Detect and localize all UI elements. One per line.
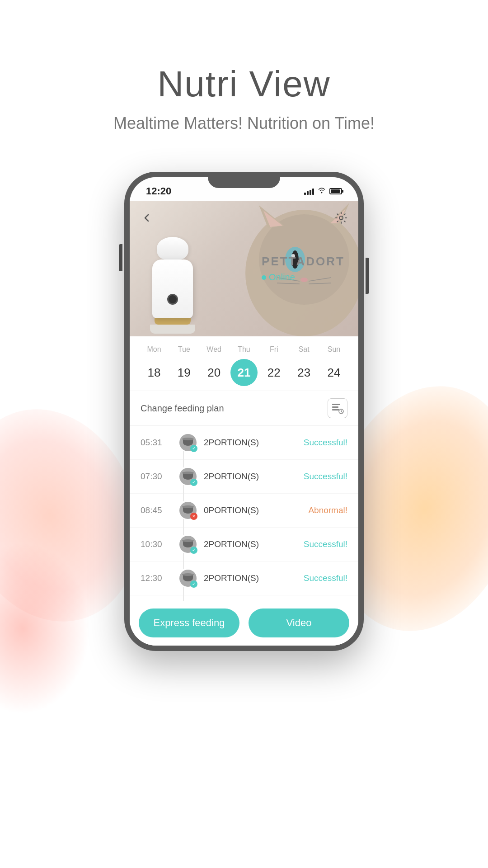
- bottom-action-bar: Express feeding Video: [130, 601, 358, 646]
- svg-line-20: [341, 411, 343, 412]
- feeder-device: [143, 237, 202, 327]
- header-section: Nutri View Mealtime Matters! Nutrition o…: [0, 0, 488, 133]
- app-title: Nutri View: [0, 63, 488, 105]
- feeding-time-5: 12:30: [141, 573, 172, 583]
- phone-wrapper: 12:20: [124, 172, 364, 651]
- battery-icon: [329, 188, 342, 194]
- feeding-status-5: Successful!: [304, 573, 347, 583]
- feeding-record-2: 07:30 2PORTION(S) Successful!: [130, 460, 358, 494]
- date-21-active[interactable]: 21: [230, 359, 258, 386]
- feeding-icon-4: [179, 536, 197, 553]
- day-label-thu: Thu: [230, 345, 258, 354]
- day-label-wed: Wed: [201, 345, 228, 354]
- calendar-days-header: Mon Tue Wed Thu Fri Sat Sun: [141, 345, 347, 354]
- feeding-amount-1: 2PORTION(S): [204, 438, 304, 448]
- date-19[interactable]: 19: [170, 359, 197, 386]
- status-icons: [304, 187, 342, 195]
- day-label-mon: Mon: [141, 345, 168, 354]
- phone-frame: 12:20: [124, 172, 364, 651]
- date-20[interactable]: 20: [201, 359, 228, 386]
- status-time: 12:20: [146, 185, 171, 197]
- feeding-icon-5: [179, 570, 197, 587]
- feeding-time-1: 05:31: [141, 438, 172, 448]
- feeder-top: [157, 237, 188, 259]
- back-button[interactable]: [139, 210, 155, 226]
- video-button[interactable]: Video: [249, 609, 349, 637]
- express-feeding-button[interactable]: Express feeding: [139, 609, 239, 637]
- app-subtitle: Mealtime Matters! Nutrition on Time!: [0, 114, 488, 133]
- day-label-sun: Sun: [320, 345, 347, 354]
- feeding-amount-5: 2PORTION(S): [204, 573, 304, 583]
- feeding-icon-1: [179, 434, 197, 451]
- day-label-tue: Tue: [170, 345, 197, 354]
- calendar-dates: 18 19 20 21 22 23 24: [141, 359, 347, 386]
- plan-schedule-button[interactable]: [328, 398, 347, 418]
- phone-screen: 12:20: [130, 177, 358, 646]
- phone-notch: [208, 172, 280, 188]
- device-info: PETTADORT Online: [262, 255, 345, 283]
- svg-rect-16: [332, 406, 338, 408]
- feeding-record-6: 14:30 2PORTION(S) Successful!: [130, 595, 358, 601]
- feeding-record-4: 10:30 2PORTION(S) Successful!: [130, 528, 358, 561]
- svg-rect-17: [332, 409, 339, 410]
- screen-content: PETTADORT Online: [130, 201, 358, 646]
- date-22[interactable]: 22: [260, 359, 287, 386]
- device-status: Online: [262, 272, 345, 283]
- feeding-status-1: Successful!: [304, 438, 347, 448]
- feeder-camera: [167, 294, 178, 305]
- settings-button[interactable]: [333, 210, 349, 226]
- signal-icon: [304, 188, 314, 195]
- feeding-amount-3: 0PORTION(S): [204, 505, 308, 515]
- svg-point-14: [339, 216, 343, 220]
- day-label-fri: Fri: [260, 345, 287, 354]
- feeding-time-4: 10:30: [141, 539, 172, 549]
- feeding-amount-2: 2PORTION(S): [204, 472, 304, 481]
- device-name: PETTADORT: [262, 255, 345, 269]
- wifi-icon: [318, 187, 326, 195]
- feeder-body: [152, 259, 193, 318]
- feeder-base: [150, 325, 195, 334]
- online-dot: [262, 275, 266, 280]
- feeding-list: 05:31 2PORTION(S) Successful! 07:30: [130, 426, 358, 601]
- date-24[interactable]: 24: [320, 359, 347, 386]
- feeder-food: [155, 318, 191, 325]
- svg-rect-15: [332, 404, 340, 405]
- feeding-status-2: Successful!: [304, 472, 347, 481]
- feeding-record-1: 05:31 2PORTION(S) Successful!: [130, 426, 358, 460]
- feeding-icon-2: [179, 468, 197, 485]
- hero-section: PETTADORT Online: [130, 201, 358, 336]
- feeding-icon-3: [179, 502, 197, 519]
- online-status: Online: [269, 272, 295, 283]
- feeding-plan-header: Change feeding plan: [130, 391, 358, 426]
- calendar-section: Mon Tue Wed Thu Fri Sat Sun 18 19 20 21 …: [130, 336, 358, 391]
- feeding-status-3: Abnormal!: [308, 505, 347, 515]
- feeding-status-4: Successful!: [304, 539, 347, 549]
- day-label-sat: Sat: [291, 345, 318, 354]
- feeding-record-5: 12:30 2PORTION(S) Successful!: [130, 561, 358, 595]
- date-18[interactable]: 18: [141, 359, 168, 386]
- feeding-amount-4: 2PORTION(S): [204, 539, 304, 549]
- feeding-time-3: 08:45: [141, 505, 172, 515]
- feeding-plan-label: Change feeding plan: [141, 403, 224, 414]
- date-23[interactable]: 23: [291, 359, 318, 386]
- feeding-record-3: 08:45 0PORTION(S) Abnormal!: [130, 494, 358, 528]
- feeding-time-2: 07:30: [141, 472, 172, 481]
